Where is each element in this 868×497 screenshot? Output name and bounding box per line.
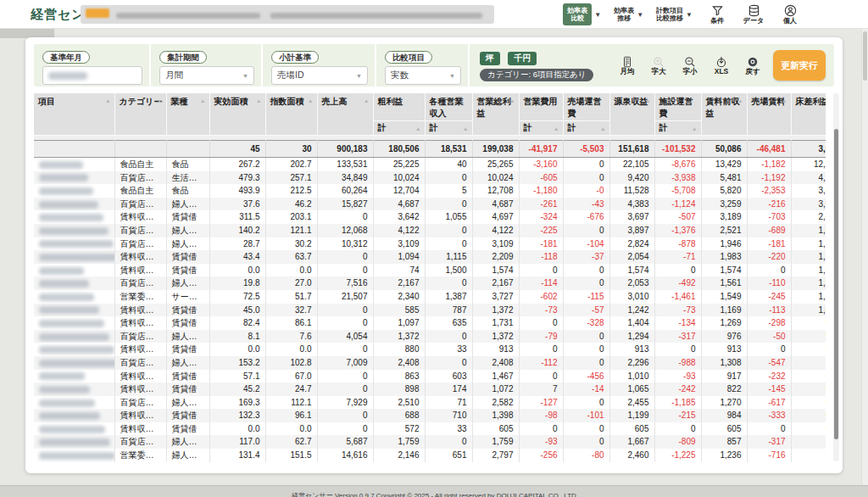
cell-value: -5,708 xyxy=(654,184,701,198)
efficiency-compare-button[interactable]: 効率表 比較 xyxy=(563,3,592,25)
table-row[interactable]: 百貨店ショ…婦人服飾28.730.210,3123,10903,109-181-… xyxy=(34,237,826,251)
cell-value: 4,697 xyxy=(472,210,519,224)
table-row[interactable]: 賃料収入テ…賃貸借82.486.101,0976351,7310-3281,40… xyxy=(34,316,826,330)
column-header[interactable]: 粗利益 xyxy=(373,93,425,121)
table-row[interactable]: 食品自主食品267.2202.7133,53125,2254025,265-3,… xyxy=(34,158,826,171)
cell-value: -617 xyxy=(747,396,791,410)
unit-badges: 坪 千円 カテゴリー: 6項目指定あり xyxy=(470,44,614,87)
cell-value: -1,180 xyxy=(519,184,563,198)
reset-button[interactable]: 戻す xyxy=(742,56,764,75)
sort-icon[interactable]: ▲ xyxy=(463,126,468,131)
table-row[interactable]: 百貨店ショ…婦人服飾19.827.07,5162,16702,167-11402… xyxy=(34,276,826,290)
personal-button[interactable]: 個人 xyxy=(778,4,802,25)
column-subheader[interactable]: 計▲ xyxy=(425,121,472,136)
column-header[interactable]: 床差利益▼ xyxy=(791,93,826,136)
table-row[interactable]: 百貨店自主婦人衣料153.2102.87,0092,40802,408-1120… xyxy=(34,356,826,370)
table-row[interactable]: 賃料収入テ…賃貸借43.463.701,0941,1152,209-118-37… xyxy=(34,250,826,264)
column-header[interactable]: 指数面積▲ xyxy=(265,93,317,136)
sort-icon[interactable]: ▲ xyxy=(157,98,162,103)
column-header[interactable]: 各種営業収入 xyxy=(425,93,472,121)
column-header[interactable]: 売場賃料▲ xyxy=(747,93,791,136)
table-row[interactable]: 食品自主食品493.9212.560,26412,704512,708-1,18… xyxy=(34,184,826,198)
cell-value: -324 xyxy=(519,210,563,224)
table-row[interactable]: 賃料収入テ…賃貸借0.00.00741,5001,574001,57401,57… xyxy=(34,264,826,277)
table-row[interactable]: 百貨店自主生活雑貨479.3257.134,84910,024010,024-6… xyxy=(34,171,826,185)
sort-icon[interactable]: ▲ xyxy=(364,98,369,103)
cell-value: 603 xyxy=(425,370,472,383)
sort-icon[interactable]: ▲ xyxy=(509,98,515,103)
cell-value: 0 xyxy=(519,422,563,436)
table-row[interactable]: 賃料収入テ…賃貸借132.396.106887101,398-98-1011,1… xyxy=(34,409,826,422)
sort-icon[interactable]: ▲ xyxy=(692,126,697,131)
column-header[interactable]: 実効面積▲ xyxy=(209,93,265,136)
sort-icon[interactable]: ▲ xyxy=(415,126,420,131)
period-select[interactable]: 月間▼ xyxy=(159,66,254,85)
sort-icon[interactable]: ▲ xyxy=(200,98,205,103)
column-subheader[interactable]: 計▲ xyxy=(373,121,425,136)
table-row[interactable]: 営業委託テ…サービス・…72.551.721,5072,3401,3873,72… xyxy=(34,290,826,304)
page-scrollbar[interactable] xyxy=(861,29,868,485)
column-header[interactable]: 業種▲ xyxy=(166,93,209,136)
cell-value: 27.0 xyxy=(265,276,317,290)
column-header[interactable]: カテゴリー▲ xyxy=(114,93,166,136)
table-row[interactable]: 百貨店自主婦人服飾140.2121.112,0684,12204,122-225… xyxy=(34,224,826,237)
column-header[interactable]: 営業総利益▲ xyxy=(472,93,519,136)
chevron-down-icon: ▼ xyxy=(637,11,643,19)
column-header[interactable]: 営業費用 xyxy=(519,93,563,121)
column-header[interactable]: 源泉収益▲ xyxy=(609,93,654,136)
font-larger-button[interactable]: 字大 xyxy=(648,56,670,75)
nav-efficiency-trend[interactable]: 効率表 推移 ▼ xyxy=(614,7,643,22)
conditions-button[interactable]: 条件 xyxy=(705,4,729,25)
compare-item-select[interactable]: 実数▼ xyxy=(385,66,461,85)
cell-value: 2,824 xyxy=(609,237,654,251)
column-subheader[interactable]: 計▲ xyxy=(519,121,563,136)
sort-icon[interactable]: ▲ xyxy=(554,126,559,131)
cell-value: -98 xyxy=(519,409,563,422)
table-row[interactable]: 賃料収入テ…賃貸借311.5203.103,6421,0554,697-324-… xyxy=(34,210,826,224)
sort-icon[interactable]: ▲ xyxy=(600,126,605,131)
cell-value: 5,820 xyxy=(701,184,747,198)
sort-icon[interactable]: ▲ xyxy=(782,98,787,103)
column-header[interactable]: 施設運営費 xyxy=(654,93,701,121)
cell-value: -809 xyxy=(654,435,701,449)
update-execute-button[interactable]: 更新実行 xyxy=(773,50,826,81)
cell-value: 25,265 xyxy=(472,158,519,171)
table-row[interactable]: 賃料収入テ…賃貸借45.032.705857871,372-73-571,242… xyxy=(34,304,826,317)
monthly-average-button[interactable]: 月均 xyxy=(616,56,638,75)
base-month-input[interactable] xyxy=(42,66,142,85)
cell-value: 0 xyxy=(317,304,373,317)
sort-icon[interactable]: ▲ xyxy=(645,98,650,103)
subtotal-basis-select[interactable]: 売場ID▼ xyxy=(271,66,368,85)
nav-efficiency-compare[interactable]: 効率表 比較 ▼ xyxy=(563,3,601,25)
cell-value: -602 xyxy=(519,290,563,304)
table-row[interactable]: 営業委託テ…婦人服飾131.4151.514,6162,1466512,797-… xyxy=(34,449,826,462)
sort-icon[interactable]: ▲ xyxy=(105,98,110,103)
sort-icon[interactable]: ▲ xyxy=(308,98,313,103)
column-header[interactable]: 売上高▲ xyxy=(317,93,373,136)
nav-label-line: 効率表 xyxy=(567,7,587,14)
font-smaller-button[interactable]: 字小 xyxy=(679,56,701,75)
column-subheader[interactable]: 計▲ xyxy=(563,121,609,136)
xls-download-button[interactable]: XLS xyxy=(710,56,732,75)
table-scrollbar-thumb[interactable] xyxy=(834,129,838,439)
table-row[interactable]: 賃料収入テ…賃貸借0.00.00572336050060506050605 xyxy=(34,422,826,436)
sort-icon[interactable]: ▲ xyxy=(256,98,261,103)
column-header[interactable]: 売場運営費 xyxy=(563,93,609,121)
table-scrollbar[interactable] xyxy=(833,93,839,461)
category-cell: 百貨店ショ… xyxy=(114,435,166,449)
table-row[interactable]: 百貨店ショ…婦人衣料169.3112.17,9292,510712,582-12… xyxy=(34,396,826,410)
table-row[interactable]: 百貨店ショ…婦人衣料117.062.75,6871,75901,759-9301… xyxy=(34,435,826,449)
sort-icon[interactable]: ▲ xyxy=(737,98,743,103)
column-header[interactable]: 項目▲ xyxy=(34,93,114,136)
table-row[interactable]: 賃料収入テ…賃貸借45.224.708981741,0727-141,065-2… xyxy=(34,383,826,396)
table-row[interactable]: 百貨店ショ…婦人服飾8.17.64,0541,37201,372-7901,29… xyxy=(34,330,826,343)
data-button[interactable]: データ xyxy=(742,4,765,25)
table-row[interactable]: 百貨店ショ…婦人服飾37.646.215,8274,68704,687-261-… xyxy=(34,198,826,211)
nav-metric-compare-trend[interactable]: 計数項目 比較推移 ▼ xyxy=(656,7,693,22)
table-row[interactable]: 賃料収入テ…賃貸借57.167.008636031,4670-4561,010-… xyxy=(34,370,826,383)
table-row[interactable]: 賃料収入テ…賃貸借0.00.00880339130091309130913 xyxy=(34,343,826,356)
column-header[interactable]: 賃料前収益▲ xyxy=(701,93,747,136)
column-subheader[interactable]: 計▲ xyxy=(654,121,701,136)
store-name-cell xyxy=(34,422,114,436)
page-scrollbar-thumb[interactable] xyxy=(863,31,867,81)
